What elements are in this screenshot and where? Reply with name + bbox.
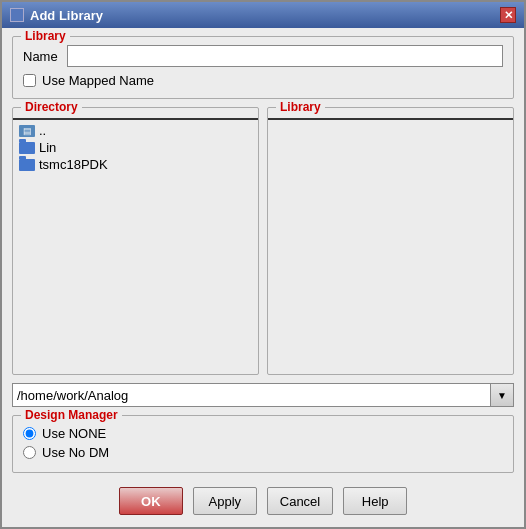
dir-item-lin-label: Lin (39, 140, 56, 155)
name-row: Name (23, 45, 503, 67)
dir-item-lin[interactable]: Lin (13, 139, 258, 156)
design-manager-group: Design Manager Use NONE Use No DM (12, 415, 514, 473)
directory-panel: Directory ▤ .. Lin tsmc18PDK (12, 107, 259, 375)
close-button[interactable]: ✕ (500, 7, 516, 23)
title-bar-left: Add Library (10, 8, 103, 23)
dialog-content: Library Name Use Mapped Name Directory ▤ (2, 28, 524, 527)
name-label: Name (23, 49, 59, 64)
dotdot-icon: ▤ (19, 125, 35, 137)
use-mapped-name-checkbox[interactable] (23, 74, 36, 87)
directory-panel-label: Directory (21, 100, 82, 114)
library-panel-label: Library (276, 100, 325, 114)
dir-item-dotdot-label: .. (39, 123, 46, 138)
radio-use-none-label: Use NONE (42, 426, 106, 441)
cancel-button[interactable]: Cancel (267, 487, 333, 515)
radio-use-none-row: Use NONE (23, 424, 503, 443)
dialog-window: Add Library ✕ Library Name Use Mapped Na… (0, 0, 526, 529)
dir-lib-row: Directory ▤ .. Lin tsmc18PDK (12, 107, 514, 375)
library-list (268, 118, 513, 374)
dir-item-tsmc18pdk-label: tsmc18PDK (39, 157, 108, 172)
use-mapped-name-row: Use Mapped Name (23, 73, 503, 88)
path-dropdown-row: ▼ (12, 383, 514, 407)
button-row: OK Apply Cancel Help (12, 481, 514, 519)
design-manager-label: Design Manager (21, 408, 122, 422)
radio-use-none[interactable] (23, 427, 36, 440)
apply-button[interactable]: Apply (193, 487, 257, 515)
name-input[interactable] (67, 45, 503, 67)
radio-use-no-dm[interactable] (23, 446, 36, 459)
use-mapped-name-label: Use Mapped Name (42, 73, 154, 88)
path-input[interactable] (12, 383, 490, 407)
help-button[interactable]: Help (343, 487, 407, 515)
title-bar: Add Library ✕ (2, 2, 524, 28)
dir-item-tsmc18pdk[interactable]: tsmc18PDK (13, 156, 258, 173)
radio-use-no-dm-label: Use No DM (42, 445, 109, 460)
path-dropdown-button[interactable]: ▼ (490, 383, 514, 407)
folder-icon-tsmc18pdk (19, 159, 35, 171)
library-group: Library Name Use Mapped Name (12, 36, 514, 99)
ok-button[interactable]: OK (119, 487, 183, 515)
library-panel: Library (267, 107, 514, 375)
directory-list: ▤ .. Lin tsmc18PDK (13, 118, 258, 374)
radio-use-no-dm-row: Use No DM (23, 443, 503, 462)
library-group-label: Library (21, 29, 70, 43)
dir-item-dotdot[interactable]: ▤ .. (13, 122, 258, 139)
window-icon (10, 8, 24, 22)
folder-icon-lin (19, 142, 35, 154)
dialog-title: Add Library (30, 8, 103, 23)
